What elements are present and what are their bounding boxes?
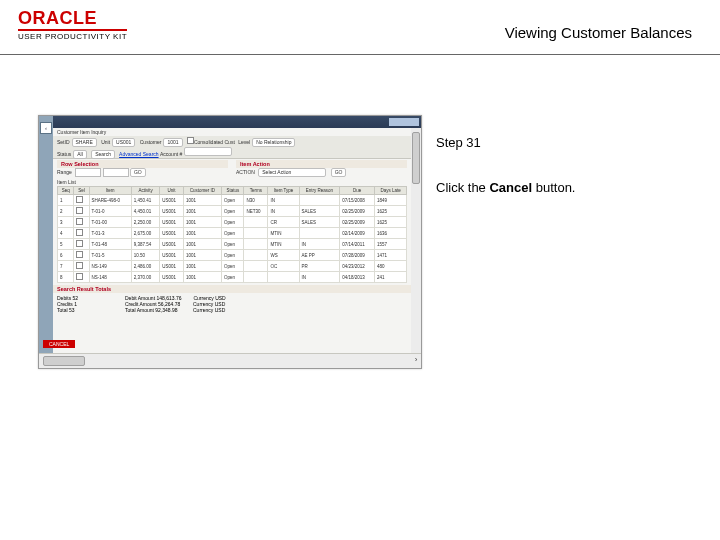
table-cell: IN bbox=[299, 239, 340, 250]
table-cell: Open bbox=[222, 228, 244, 239]
range-go-button[interactable]: GO bbox=[130, 168, 146, 177]
upk-label: USER PRODUCTIVITY KIT bbox=[18, 29, 127, 41]
table-cell: 1625 bbox=[375, 217, 407, 228]
col-header[interactable]: Terms bbox=[244, 187, 268, 195]
table-cell: 1636 bbox=[375, 228, 407, 239]
table-cell: Open bbox=[222, 261, 244, 272]
col-header[interactable]: Seq bbox=[58, 187, 74, 195]
table-cell: 1001 bbox=[183, 217, 221, 228]
hscroll-thumb[interactable] bbox=[43, 356, 85, 366]
table-cell: CR bbox=[268, 217, 299, 228]
col-header[interactable]: Entry Reason bbox=[299, 187, 340, 195]
account-field[interactable] bbox=[184, 147, 232, 156]
row-checkbox[interactable] bbox=[76, 251, 83, 258]
consolidated-label: Consolidated Cust bbox=[194, 137, 235, 147]
table-row[interactable]: 6T-01-510.50US0011001OpenWSAE PP07/28/20… bbox=[58, 250, 407, 261]
col-header[interactable]: Item Type bbox=[268, 187, 299, 195]
unit-label: Unit bbox=[101, 137, 110, 147]
table-cell: Open bbox=[222, 239, 244, 250]
table-cell bbox=[299, 195, 340, 206]
item-list-label: Item List bbox=[53, 178, 411, 186]
status-field[interactable]: All bbox=[73, 150, 87, 159]
vertical-scrollbar[interactable] bbox=[410, 128, 421, 354]
row-checkbox[interactable] bbox=[76, 218, 83, 225]
advanced-search-link[interactable]: Advanced Search bbox=[119, 151, 158, 157]
table-cell bbox=[268, 272, 299, 283]
row-checkbox[interactable] bbox=[76, 273, 83, 280]
table-cell: N30 bbox=[244, 195, 268, 206]
table-cell bbox=[74, 217, 89, 228]
table-cell: 9,387.54 bbox=[131, 239, 159, 250]
table-cell: 07/15/2008 bbox=[340, 195, 375, 206]
table-cell: 2,486.00 bbox=[131, 261, 159, 272]
search-button[interactable]: Search bbox=[91, 150, 115, 159]
table-row[interactable]: 2T-01-04,450.01US0011001OpenNET30INSALES… bbox=[58, 206, 407, 217]
table-cell: US001 bbox=[160, 272, 184, 283]
table-cell bbox=[74, 206, 89, 217]
table-cell: T-01-5 bbox=[89, 250, 131, 261]
left-sidebar: ‹ bbox=[39, 116, 53, 368]
col-header[interactable]: Status bbox=[222, 187, 244, 195]
table-cell bbox=[74, 261, 89, 272]
row-checkbox[interactable] bbox=[76, 207, 83, 214]
table-cell: 2,370.00 bbox=[131, 272, 159, 283]
table-cell: 07/28/2009 bbox=[340, 250, 375, 261]
table-cell: IN bbox=[299, 272, 340, 283]
row-checkbox[interactable] bbox=[76, 262, 83, 269]
customer-field[interactable]: 1001 bbox=[163, 138, 182, 147]
table-cell: WS bbox=[268, 250, 299, 261]
table-cell bbox=[74, 250, 89, 261]
table-cell: 241 bbox=[375, 272, 407, 283]
table-row[interactable]: 7NS-1492,486.00US0011001OpenOCPR04/23/20… bbox=[58, 261, 407, 272]
col-header[interactable]: Due bbox=[340, 187, 375, 195]
table-row[interactable]: 8NS-1482,370.00US0011001OpenIN04/18/2013… bbox=[58, 272, 407, 283]
range-from[interactable] bbox=[75, 168, 101, 177]
table-row[interactable]: 5T-01-489,387.54US0011001OpenMTININ07/14… bbox=[58, 239, 407, 250]
col-header[interactable]: Activity bbox=[131, 187, 159, 195]
table-cell: NET30 bbox=[244, 206, 268, 217]
table-cell: IN bbox=[268, 195, 299, 206]
cancel-button[interactable]: CANCEL bbox=[43, 340, 75, 348]
table-header-row: SeqSelItemActivityUnitCustomer IDStatusT… bbox=[58, 187, 407, 195]
table-row[interactable]: 1SHARE-498-01,450.41US0011001OpenN30IN07… bbox=[58, 195, 407, 206]
action-go-button[interactable]: GO bbox=[331, 168, 347, 177]
col-header[interactable]: Item bbox=[89, 187, 131, 195]
table-cell: 4,450.01 bbox=[131, 206, 159, 217]
setid-field[interactable]: SHARE bbox=[72, 138, 97, 147]
brand-block: ORACLE USER PRODUCTIVITY KIT bbox=[18, 8, 127, 41]
col-header[interactable]: Customer ID bbox=[183, 187, 221, 195]
unit-field[interactable]: US001 bbox=[112, 138, 135, 147]
table-cell: 1849 bbox=[375, 195, 407, 206]
table-cell: 10.50 bbox=[131, 250, 159, 261]
tot-r3-b: Total Amount 92,348.98 bbox=[125, 307, 181, 313]
table-row[interactable]: 3T-01-002,250.00US0011001OpenCRSALES02/2… bbox=[58, 217, 407, 228]
consolidated-checkbox[interactable] bbox=[187, 137, 194, 144]
sidebar-button[interactable]: ‹ bbox=[40, 122, 52, 134]
horizontal-scrollbar[interactable]: ‹ › bbox=[39, 353, 421, 368]
range-to[interactable] bbox=[103, 168, 129, 177]
row-checkbox[interactable] bbox=[76, 196, 83, 203]
table-cell: 07/14/2011 bbox=[340, 239, 375, 250]
row-checkbox[interactable] bbox=[76, 240, 83, 247]
table-cell: OC bbox=[268, 261, 299, 272]
col-header[interactable]: Unit bbox=[160, 187, 184, 195]
range-label: Range bbox=[57, 169, 72, 175]
scroll-thumb[interactable] bbox=[412, 132, 420, 184]
action-select[interactable]: Select Action bbox=[258, 168, 326, 177]
table-cell: T-01-48 bbox=[89, 239, 131, 250]
tot-r3-a: Total 53 bbox=[57, 307, 113, 313]
level-field[interactable]: No Relationship bbox=[252, 138, 295, 147]
scroll-right-icon[interactable]: › bbox=[411, 355, 421, 365]
totals-block: Debits 52 Debit Amount 148,613.76 Curren… bbox=[53, 293, 411, 315]
table-row[interactable]: 4T-01-32,675.00US0011001OpenMTIN02/14/20… bbox=[58, 228, 407, 239]
table-cell bbox=[74, 195, 89, 206]
col-header[interactable]: Days Late bbox=[375, 187, 407, 195]
instruction-bold: Cancel bbox=[489, 180, 532, 195]
table-cell: SHARE-498-0 bbox=[89, 195, 131, 206]
window-titlebar bbox=[39, 116, 421, 128]
table-cell: 1001 bbox=[183, 228, 221, 239]
row-checkbox[interactable] bbox=[76, 229, 83, 236]
col-header[interactable]: Sel bbox=[74, 187, 89, 195]
setid-label: SetID bbox=[57, 137, 70, 147]
table-cell: MTIN bbox=[268, 239, 299, 250]
